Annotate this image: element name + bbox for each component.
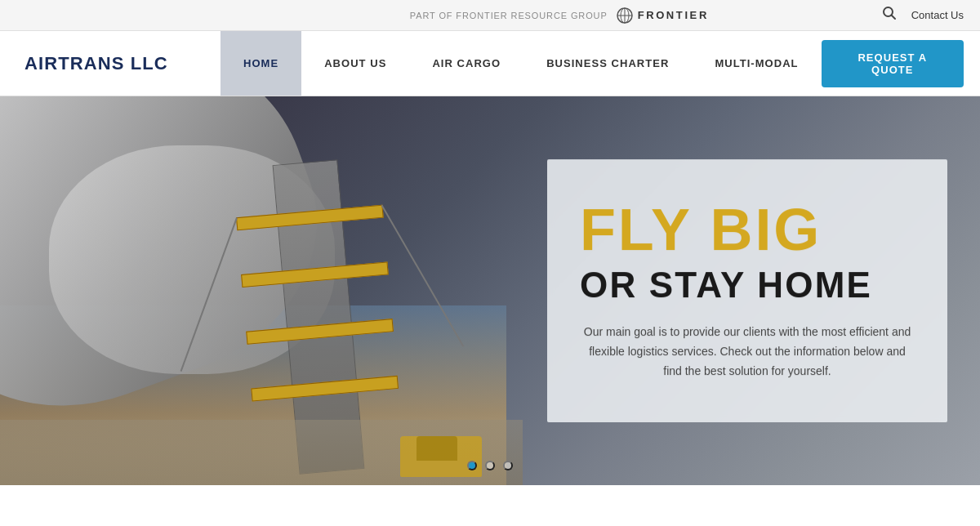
nav-item-about[interactable]: ABOUT US bbox=[301, 31, 409, 96]
hero-headline-big: FLY BIG bbox=[580, 200, 915, 259]
partner-text: PART OF FRONTIER RESOURCE GROUP bbox=[410, 11, 608, 20]
hero-card: FLY BIG OR STAY HOME Our main goal is to… bbox=[547, 159, 947, 422]
hero-body: Our main goal is to provide our clients … bbox=[580, 323, 915, 381]
slide-dot-2[interactable] bbox=[485, 461, 495, 470]
logo-area: AIRTRANS LLC bbox=[0, 31, 220, 96]
top-bar: PART OF FRONTIER RESOURCE GROUP FRONTIER… bbox=[0, 0, 980, 31]
slide-dot-1[interactable] bbox=[467, 461, 477, 470]
contact-link[interactable]: Contact Us bbox=[911, 9, 964, 21]
hero-section: FLY BIG OR STAY HOME Our main goal is to… bbox=[0, 96, 980, 485]
top-bar-center: PART OF FRONTIER RESOURCE GROUP FRONTIER bbox=[410, 7, 709, 25]
nav-item-charter[interactable]: BUSINESS CHARTER bbox=[523, 31, 692, 96]
ground-vehicle-cab bbox=[416, 436, 457, 461]
globe-icon bbox=[616, 7, 634, 25]
nav-item-home[interactable]: HOME bbox=[220, 31, 301, 96]
hero-plane-visual bbox=[0, 96, 506, 485]
search-button[interactable] bbox=[882, 6, 897, 25]
slide-dots bbox=[467, 461, 513, 470]
request-quote-button[interactable]: REQUEST A QUOTE bbox=[822, 40, 964, 87]
svg-line-5 bbox=[891, 16, 895, 20]
nav-cta: REQUEST A QUOTE bbox=[822, 31, 964, 96]
top-bar-right: Contact Us bbox=[882, 6, 964, 25]
site-logo: AIRTRANS LLC bbox=[24, 53, 168, 74]
hero-headline-sub: OR STAY HOME bbox=[580, 265, 915, 305]
frontier-label: FRONTIER bbox=[638, 9, 709, 21]
nav-items: HOME ABOUT US AIR CARGO BUSINESS CHARTER… bbox=[220, 31, 822, 96]
search-icon bbox=[882, 6, 897, 20]
nav-item-multimodal[interactable]: MULTI-MODAL bbox=[692, 31, 821, 96]
slide-dot-3[interactable] bbox=[503, 461, 513, 470]
frontier-logo: FRONTIER bbox=[616, 7, 709, 25]
main-nav: AIRTRANS LLC HOME ABOUT US AIR CARGO BUS… bbox=[0, 31, 980, 96]
nav-item-cargo[interactable]: AIR CARGO bbox=[409, 31, 523, 96]
